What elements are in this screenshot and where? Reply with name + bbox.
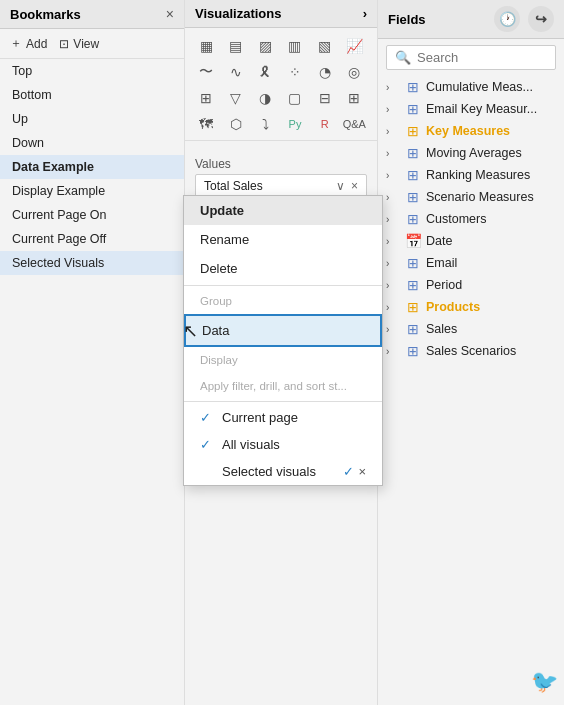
context-rename[interactable]: Rename <box>184 225 382 254</box>
view-bookmark-button[interactable]: ⊡ View <box>59 35 99 52</box>
bookmark-item-bottom[interactable]: Bottom <box>0 83 184 107</box>
values-pill-actions[interactable]: ∨ × <box>336 179 358 193</box>
search-box: 🔍 <box>386 45 556 70</box>
chevron-right-icon: › <box>386 302 400 313</box>
bird-logo: 🐦 <box>531 669 558 695</box>
check-icon: ✓ <box>200 437 214 452</box>
viz-treemap[interactable]: ⊞ <box>193 86 219 110</box>
viz-pie[interactable]: ◔ <box>312 60 338 84</box>
viz-map[interactable]: 🗺 <box>193 112 219 136</box>
viz-decomp[interactable]: ⤵ <box>252 112 278 136</box>
table-orange-icon: 📅 <box>404 233 422 249</box>
bookmark-item-top[interactable]: Top <box>0 59 184 83</box>
viz-stacked-column[interactable]: ▥ <box>282 34 308 58</box>
viz-table[interactable]: ⊟ <box>312 86 338 110</box>
viz-gauge[interactable]: ◑ <box>252 86 278 110</box>
tree-item-period[interactable]: › ⊞ Period <box>378 274 564 296</box>
history-icon[interactable]: 🕐 <box>494 6 520 32</box>
context-all-visuals[interactable]: ✓ All visuals <box>184 431 382 458</box>
search-input[interactable] <box>417 50 547 65</box>
tree-item-ranking-measures[interactable]: › ⊞ Ranking Measures <box>378 164 564 186</box>
remove-icon[interactable]: × <box>351 179 358 193</box>
bookmarks-panel: Bookmarks × ＋ Add ⊡ View Top Bottom Up D… <box>0 0 185 705</box>
viz-python[interactable]: Py <box>282 112 308 136</box>
chevron-right-icon: › <box>386 258 400 269</box>
table-icon: ⊞ <box>404 145 422 161</box>
table-icon: ⊞ <box>404 79 422 95</box>
tree-item-scenario-measures[interactable]: › ⊞ Scenario Measures <box>378 186 564 208</box>
fields-header: Fields 🕐 ↪ <box>378 0 564 39</box>
check-icon: ✓ <box>200 410 214 425</box>
add-bookmark-button[interactable]: ＋ Add <box>10 35 47 52</box>
fields-tree: › ⊞ Cumulative Meas... › ⊞ Email Key Mea… <box>378 76 564 705</box>
bookmark-item-current-page-off[interactable]: Current Page Off <box>0 227 184 251</box>
chevron-right-icon: › <box>386 236 400 247</box>
checkmark-icon[interactable]: ✓ <box>343 464 354 479</box>
close-icon[interactable]: × <box>358 464 366 479</box>
viz-filled-map[interactable]: ⬡ <box>223 112 249 136</box>
chevron-right-icon: › <box>386 170 400 181</box>
bookmarks-title: Bookmarks <box>10 7 81 22</box>
tree-item-sales[interactable]: › ⊞ Sales <box>378 318 564 340</box>
table-orange-icon: ⊞ <box>404 123 422 139</box>
tree-item-key-measures[interactable]: › ⊞ Key Measures <box>378 120 564 142</box>
viz-ribbon[interactable]: 🎗 <box>252 60 278 84</box>
viz-icons-grid: ▦ ▤ ▨ ▥ ▧ 📈 〜 ∿ 🎗 ⁘ ◔ ◎ ⊞ ▽ ◑ ▢ ⊟ ⊞ 🗺 ⬡ … <box>185 28 377 140</box>
context-update[interactable]: Update <box>184 196 382 225</box>
table-icon: ⊞ <box>404 277 422 293</box>
viz-column-chart[interactable]: ▨ <box>252 34 278 58</box>
context-selected-visuals[interactable]: ✓ Selected visuals ✓ × <box>184 458 382 485</box>
fields-panel: Fields 🕐 ↪ 🔍 › ⊞ Cumulative Meas... › ⊞ … <box>378 0 564 705</box>
context-delete[interactable]: Delete <box>184 254 382 283</box>
view-icon: ⊡ <box>59 37 69 51</box>
chevron-right-icon: › <box>386 104 400 115</box>
chevron-down-icon[interactable]: ∨ <box>336 179 345 193</box>
viz-donut[interactable]: ◎ <box>341 60 367 84</box>
bookmark-item-current-page-on[interactable]: Current Page On <box>0 203 184 227</box>
tree-item-email[interactable]: › ⊞ Email <box>378 252 564 274</box>
expand-icon: › <box>363 6 367 21</box>
table-icon: ⊞ <box>404 321 422 337</box>
viz-funnel[interactable]: ▽ <box>223 86 249 110</box>
table-icon: ⊞ <box>404 101 422 117</box>
context-data[interactable]: Data <box>184 314 382 347</box>
table-icon: ⊞ <box>404 255 422 271</box>
context-separator-2 <box>184 401 382 402</box>
viz-line-area[interactable]: ∿ <box>223 60 249 84</box>
context-menu: Update Rename Delete Group Data Display … <box>183 195 383 486</box>
chevron-right-icon: › <box>386 126 400 137</box>
context-current-page[interactable]: ✓ Current page <box>184 404 382 431</box>
tree-item-customers[interactable]: › ⊞ Customers <box>378 208 564 230</box>
bookmark-item-data-example[interactable]: Data Example <box>0 155 184 179</box>
chevron-right-icon: › <box>386 280 400 291</box>
table-icon: ⊞ <box>404 189 422 205</box>
tree-item-moving-averages[interactable]: › ⊞ Moving Averages <box>378 142 564 164</box>
viz-area-chart[interactable]: 〜 <box>193 60 219 84</box>
viz-scatter[interactable]: ⁘ <box>282 60 308 84</box>
bookmarks-close-button[interactable]: × <box>166 6 174 22</box>
share-icon[interactable]: ↪ <box>528 6 554 32</box>
context-group: Group <box>184 288 382 314</box>
bookmark-item-selected-visuals[interactable]: Selected Visuals <box>0 251 184 275</box>
chevron-right-icon: › <box>386 192 400 203</box>
viz-card[interactable]: ▢ <box>282 86 308 110</box>
bookmark-item-down[interactable]: Down <box>0 131 184 155</box>
visualizations-header: Visualizations › <box>185 0 377 28</box>
tree-item-cumulative-meas[interactable]: › ⊞ Cumulative Meas... <box>378 76 564 98</box>
viz-qna[interactable]: Q&A <box>341 112 367 136</box>
tree-item-email-key[interactable]: › ⊞ Email Key Measur... <box>378 98 564 120</box>
tree-item-date[interactable]: › 📅 Date <box>378 230 564 252</box>
bookmark-item-display-example[interactable]: Display Example <box>0 179 184 203</box>
viz-100-bar[interactable]: ▧ <box>312 34 338 58</box>
viz-stacked-bar[interactable]: ▤ <box>223 34 249 58</box>
table-icon: ⊞ <box>404 343 422 359</box>
fields-header-actions: 🕐 ↪ <box>494 6 554 32</box>
bookmarks-header: Bookmarks × <box>0 0 184 29</box>
viz-matrix[interactable]: ⊞ <box>341 86 367 110</box>
tree-item-sales-scenarios[interactable]: › ⊞ Sales Scenarios <box>378 340 564 362</box>
tree-item-products[interactable]: › ⊞ Products <box>378 296 564 318</box>
viz-line-chart[interactable]: 📈 <box>341 34 367 58</box>
bookmark-item-up[interactable]: Up <box>0 107 184 131</box>
viz-r-visual[interactable]: R <box>312 112 338 136</box>
viz-bar-chart[interactable]: ▦ <box>193 34 219 58</box>
